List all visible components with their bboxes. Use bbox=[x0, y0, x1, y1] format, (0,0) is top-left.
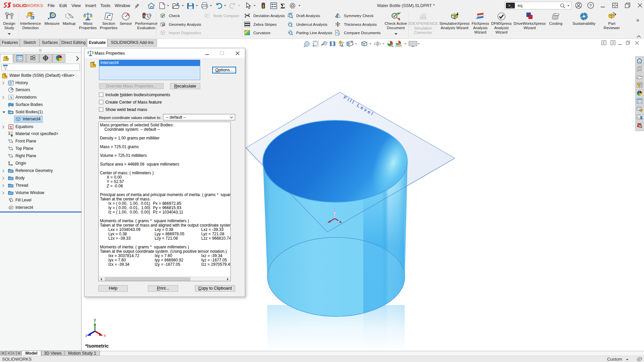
svg-text:x: x bbox=[343, 223, 344, 226]
svg-text:y: y bbox=[94, 317, 96, 322]
svg-text:?: ? bbox=[338, 32, 340, 36]
svg-text:z: z bbox=[85, 333, 87, 338]
svg-text:A: A bbox=[9, 95, 12, 100]
svg-text:*Isometric: *Isometric bbox=[85, 343, 109, 349]
svg-text:x: x bbox=[104, 333, 106, 338]
svg-text:z: z bbox=[326, 223, 327, 226]
svg-text:y: y bbox=[334, 207, 335, 210]
svg-text:?: ? bbox=[589, 3, 592, 8]
svg-text:?: ? bbox=[208, 13, 209, 15]
svg-text:Σ: Σ bbox=[10, 125, 12, 129]
svg-text:Σ: Σ bbox=[280, 2, 285, 9]
svg-text:SOLID: SOLID bbox=[13, 3, 27, 8]
svg-text:WORKS: WORKS bbox=[26, 3, 43, 8]
